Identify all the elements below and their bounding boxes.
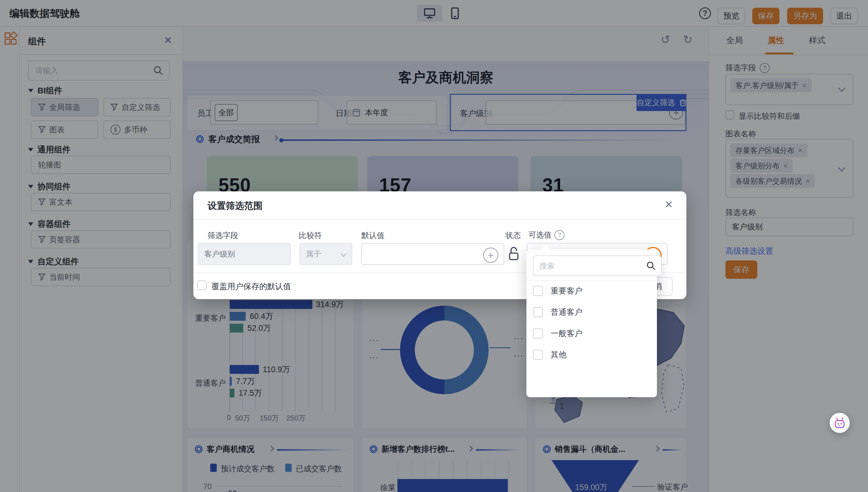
dropdown-search-input[interactable] xyxy=(539,261,646,271)
modal-default-value-input[interactable]: + xyxy=(361,243,504,265)
modal-filter-field-label: 筛选字段 xyxy=(208,230,238,241)
modal-filter-field-input[interactable]: 客户级别 xyxy=(198,243,291,265)
modal-options-label-row: 可选值 ? xyxy=(529,230,564,240)
modal-status-label: 状态 xyxy=(506,230,521,241)
add-default-value-icon[interactable]: + xyxy=(483,247,499,263)
option-other[interactable]: 其他 xyxy=(533,349,566,360)
robot-icon xyxy=(833,417,846,429)
option-checkbox[interactable] xyxy=(533,328,543,339)
option-important-customer[interactable]: 重要客户 xyxy=(533,286,583,296)
option-normal-customer[interactable]: 普通客户 xyxy=(533,307,583,317)
dropdown-search[interactable] xyxy=(533,255,662,276)
option-checkbox[interactable] xyxy=(533,286,543,296)
assistant-fab[interactable] xyxy=(829,413,850,433)
modal-default-value-label: 默认值 xyxy=(361,230,384,241)
option-checkbox[interactable] xyxy=(533,307,543,317)
option-checkbox[interactable] xyxy=(533,350,543,360)
modal-comparator-label: 比较符 xyxy=(299,230,322,241)
option-general-customer[interactable]: 一般客户 xyxy=(533,328,583,339)
modal-title: 设置筛选范围 xyxy=(208,200,262,212)
override-default-label: 覆盖用户保存的默认值 xyxy=(211,281,291,292)
chevron-down-icon xyxy=(341,251,347,257)
modal-comparator-select[interactable]: 属于 xyxy=(299,243,352,265)
divider xyxy=(194,219,686,220)
divider xyxy=(527,280,657,281)
options-dropdown: 重要客户 普通客户 一般客户 其他 xyxy=(527,249,657,397)
override-default-checkbox[interactable] xyxy=(197,280,207,290)
unlock-icon[interactable] xyxy=(508,246,519,261)
question-icon[interactable]: ? xyxy=(555,230,564,240)
search-icon xyxy=(646,261,656,271)
modal-close-icon[interactable]: ✕ xyxy=(665,198,673,210)
